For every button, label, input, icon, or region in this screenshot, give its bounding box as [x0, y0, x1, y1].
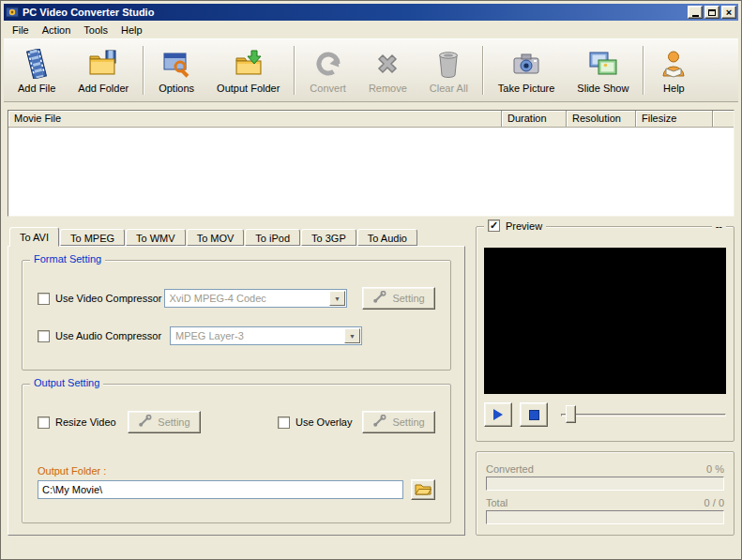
column-movie-file[interactable]: Movie File: [8, 111, 502, 127]
tab-to-3gp[interactable]: To 3GP: [301, 229, 356, 246]
minimize-icon: [692, 15, 699, 17]
help-button[interactable]: Help: [647, 41, 700, 99]
seek-slider-track[interactable]: [561, 414, 726, 416]
chevron-down-icon[interactable]: ▼: [344, 328, 360, 343]
use-video-compressor-label: Use Video Compressor: [55, 293, 164, 304]
output-setting-title: Output Setting: [30, 377, 103, 388]
resize-setting-button[interactable]: Setting: [128, 411, 201, 433]
clear-all-button[interactable]: Clear All: [418, 41, 479, 99]
browse-folder-button[interactable]: [411, 479, 435, 500]
use-audio-compressor-checkbox[interactable]: [38, 330, 50, 342]
use-audio-compressor-label: Use Audio Compressor: [55, 330, 170, 341]
column-filesize[interactable]: Filesize: [636, 111, 713, 127]
preview-label: Preview: [506, 220, 542, 232]
use-overlay-label: Use Overlay: [295, 416, 362, 428]
tab-to-ipod[interactable]: To iPod: [245, 229, 300, 246]
overlay-setting-button[interactable]: Setting: [362, 411, 435, 433]
output-folder-button[interactable]: Output Folder: [205, 41, 291, 99]
wrench-icon: [372, 291, 386, 306]
tab-to-avi[interactable]: To AVI: [9, 227, 59, 247]
options-icon: [161, 48, 191, 80]
add-folder-button[interactable]: Add Folder: [67, 41, 140, 99]
toolbar-separator: [143, 46, 144, 95]
seek-slider-thumb[interactable]: [566, 405, 576, 423]
chevron-down-icon[interactable]: ▼: [329, 291, 345, 306]
convert-icon: [313, 48, 343, 80]
add-file-button[interactable]: Add File: [7, 41, 67, 99]
play-button[interactable]: [484, 402, 512, 427]
seek-slider[interactable]: [561, 404, 726, 425]
total-value: 0 / 0: [704, 497, 724, 508]
output-setting-group: Output Setting Resize Video Setting Use …: [22, 384, 451, 523]
slide-show-label: Slide Show: [577, 83, 628, 94]
convert-button[interactable]: Convert: [298, 41, 357, 99]
column-duration[interactable]: Duration: [502, 111, 567, 127]
stop-button[interactable]: [520, 402, 548, 427]
use-overlay-checkbox[interactable]: [278, 416, 290, 429]
convert-label: Convert: [310, 83, 346, 94]
app-icon: [6, 6, 19, 19]
output-folder-field-label: Output Folder :: [38, 465, 435, 477]
video-setting-button[interactable]: Setting: [362, 287, 435, 310]
options-label: Options: [159, 83, 194, 94]
tab-to-mpeg[interactable]: To MPEG: [60, 229, 125, 246]
clear-all-label: Clear All: [430, 83, 468, 94]
take-picture-button[interactable]: Take Picture: [487, 41, 567, 99]
audio-codec-value: MPEG Layer-3: [175, 330, 244, 341]
slide-show-icon: [588, 48, 618, 80]
tab-to-mov[interactable]: To MOV: [187, 229, 245, 246]
preview-column: Preview --: [476, 226, 734, 536]
slide-show-button[interactable]: Slide Show: [566, 41, 640, 99]
clear-all-icon: [433, 48, 463, 80]
column-resolution[interactable]: Resolution: [567, 111, 636, 127]
menu-help[interactable]: Help: [114, 23, 149, 38]
video-codec-combobox[interactable]: XviD MPEG-4 Codec ▼: [164, 289, 348, 308]
minimize-button[interactable]: [688, 6, 703, 19]
output-folder-input[interactable]: [38, 480, 403, 499]
total-progress-bar: [486, 510, 724, 524]
column-filler: [713, 111, 734, 127]
preview-checkbox[interactable]: [488, 219, 500, 232]
output-folder-icon: [234, 48, 264, 80]
options-button[interactable]: Options: [147, 41, 205, 99]
add-file-icon: [22, 48, 52, 80]
titlebar[interactable]: PC Video Converter Studio ×: [4, 4, 738, 21]
wrench-icon: [138, 415, 152, 430]
remove-icon: [372, 48, 402, 80]
toolbar-separator: [643, 46, 644, 95]
close-button[interactable]: ×: [721, 6, 736, 19]
resize-video-label: Resize Video: [55, 416, 128, 428]
close-icon: ×: [726, 8, 732, 18]
take-picture-label: Take Picture: [498, 83, 555, 94]
add-file-label: Add File: [18, 83, 55, 94]
maximize-icon: [708, 9, 716, 16]
video-setting-label: Setting: [392, 293, 424, 304]
remove-button[interactable]: Remove: [357, 41, 418, 99]
conversion-panel: To AVI To MPEG To WMV To MOV To iPod To …: [8, 226, 465, 536]
converted-progress-bar: [486, 477, 724, 491]
main-area: To AVI To MPEG To WMV To MOV To iPod To …: [8, 226, 734, 536]
file-list-header: Movie File Duration Resolution Filesize: [8, 111, 734, 128]
progress-group: Converted 0 % Total 0 / 0: [476, 451, 734, 536]
video-preview-area: [484, 248, 726, 394]
maximize-button[interactable]: [704, 6, 719, 19]
menu-action[interactable]: Action: [36, 23, 78, 38]
toolbar-separator: [294, 46, 295, 95]
file-list-body[interactable]: [8, 128, 734, 216]
converted-value: 0 %: [706, 463, 724, 475]
resize-video-checkbox[interactable]: [38, 416, 50, 429]
format-setting-group: Format Setting Use Video Compressor XviD…: [22, 260, 451, 371]
menu-tools[interactable]: Tools: [77, 23, 114, 38]
tab-to-audio[interactable]: To Audio: [357, 229, 417, 246]
audio-codec-combobox[interactable]: MPEG Layer-3 ▼: [170, 326, 362, 345]
preview-position: --: [712, 220, 726, 232]
tab-to-wmv[interactable]: To WMV: [126, 229, 186, 246]
format-setting-title: Format Setting: [30, 253, 105, 265]
open-folder-icon: [415, 482, 432, 498]
use-video-compressor-checkbox[interactable]: [38, 293, 50, 305]
play-icon: [493, 409, 503, 420]
menu-file[interactable]: File: [6, 23, 36, 38]
window-title: PC Video Converter Studio: [23, 7, 684, 18]
file-list: Movie File Duration Resolution Filesize: [8, 110, 734, 217]
add-folder-label: Add Folder: [78, 83, 129, 94]
